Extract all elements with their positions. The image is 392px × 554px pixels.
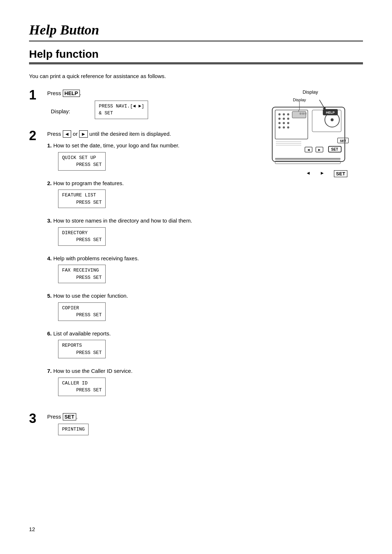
step-2-content: Press ◄ or ► until the desired item is d… — [47, 130, 269, 405]
svg-point-17 — [331, 118, 334, 121]
right-arrow-label: ► — [320, 170, 324, 177]
left-arrow-key: ◄ — [63, 130, 72, 138]
sub-step-4-text: 4. Help with problems receiving faxes. — [47, 254, 269, 263]
svg-line-40 — [298, 109, 299, 111]
display-box-1: PRESS NAVI.[◄ ►] & SET — [95, 101, 148, 119]
svg-text:◄: ◄ — [307, 148, 310, 152]
steps-column: 1 Press HELP. Display: PRESS NAVI.[◄ ►] … — [29, 89, 269, 446]
step-1-content: Press HELP. Display: PRESS NAVI.[◄ ►] & … — [47, 89, 269, 122]
step-3-instruction: Press SET. — [47, 413, 269, 421]
sub-steps: 1. How to set the date, time, your logo … — [47, 142, 269, 399]
sub-step-6-text: 6. List of available reports. — [47, 330, 269, 338]
set-key: SET — [63, 413, 76, 420]
svg-point-5 — [278, 118, 281, 120]
intro-text: You can print a quick reference for assi… — [29, 73, 363, 79]
step-3: 3 Press SET. PRINTING — [29, 413, 269, 438]
svg-text:SET: SET — [340, 139, 346, 143]
svg-text:HELP: HELP — [326, 111, 335, 114]
svg-rect-30 — [275, 158, 340, 160]
svg-point-33 — [302, 113, 304, 115]
sub-step-7-text: 7. How to use the Caller ID service. — [47, 367, 269, 375]
step-2-instruction: Press ◄ or ► until the desired item is d… — [47, 130, 269, 138]
display-box-feature: FEATURE LIST PRESS SET — [58, 190, 106, 208]
display-box-copier: COPIER PRESS SET — [58, 302, 106, 321]
svg-point-3 — [283, 113, 285, 115]
sub-step-3-text: 3. How to store names in the directory a… — [47, 217, 269, 225]
display-box-reports: REPORTS PRESS SET — [58, 340, 106, 358]
svg-point-32 — [299, 113, 302, 115]
svg-point-9 — [283, 122, 285, 124]
help-key: HELP — [63, 90, 80, 97]
svg-text:SET: SET — [331, 147, 338, 151]
svg-line-20 — [319, 100, 325, 109]
page-number: 12 — [29, 526, 35, 532]
step-3-number: 3 — [29, 411, 47, 426]
left-arrow-label: ◄ — [306, 170, 311, 177]
sub-step-7: 7. How to use the Caller ID service. CAL… — [47, 367, 269, 399]
display-box-caller-id: CALLER ID PRESS SET — [58, 378, 106, 396]
svg-point-10 — [287, 122, 289, 124]
step-1-instruction: Press HELP. — [47, 89, 269, 98]
fax-machine-diagram: HELP Display SET ◄ ► SET — [269, 96, 352, 172]
sub-step-2-text: 2. How to program the features. — [47, 179, 269, 188]
sub-step-6: 6. List of available reports. REPORTS PR… — [47, 330, 269, 362]
step-2: 2 Press ◄ or ► until the desired item is… — [29, 130, 269, 405]
set-label: SET — [334, 170, 347, 177]
svg-text:►: ► — [318, 148, 321, 152]
display-box-printing: PRINTING — [58, 424, 89, 435]
step-1: 1 Press HELP. Display: PRESS NAVI.[◄ ►] … — [29, 89, 269, 122]
step-2-number: 2 — [29, 129, 47, 143]
svg-rect-14 — [292, 111, 306, 118]
svg-point-12 — [283, 126, 285, 129]
content-area: 1 Press HELP. Display: PRESS NAVI.[◄ ►] … — [29, 89, 363, 446]
sub-step-2: 2. How to program the features. FEATURE … — [47, 179, 269, 211]
svg-point-6 — [283, 118, 285, 120]
diagram-display-label: Display — [269, 89, 352, 95]
sub-step-3: 3. How to store names in the directory a… — [47, 217, 269, 249]
svg-point-13 — [287, 126, 289, 129]
diagram-column: Display — [269, 89, 363, 446]
sub-step-4: 4. Help with problems receiving faxes. F… — [47, 254, 269, 286]
display-box-fax: FAX RECEIVING PRESS SET — [58, 265, 106, 283]
step-3-content: Press SET. PRINTING — [47, 413, 269, 438]
svg-point-34 — [305, 113, 307, 115]
svg-point-8 — [278, 122, 281, 124]
diagram-container: Display — [269, 89, 352, 177]
sub-step-5-text: 5. How to use the copier function. — [47, 292, 269, 300]
step-1-number: 1 — [29, 88, 47, 102]
section-title: Help function — [29, 48, 363, 64]
svg-point-11 — [278, 126, 281, 129]
display-box-directory: DIRECTORY PRESS SET — [58, 227, 106, 246]
sub-step-1: 1. How to set the date, time, your logo … — [47, 142, 269, 174]
svg-point-4 — [287, 113, 289, 115]
sub-step-5: 5. How to use the copier function. COPIE… — [47, 292, 269, 324]
display-label-1: Display: — [51, 108, 70, 114]
display-box-quick-set: QUICK SET UP PRESS SET — [58, 152, 106, 171]
right-arrow-key: ► — [79, 130, 88, 138]
svg-text:Display: Display — [293, 98, 306, 102]
svg-point-7 — [287, 118, 289, 120]
page-title: Help Button — [29, 22, 363, 41]
sub-step-1-text: 1. How to set the date, time, your logo … — [47, 142, 269, 150]
svg-point-2 — [278, 113, 281, 115]
